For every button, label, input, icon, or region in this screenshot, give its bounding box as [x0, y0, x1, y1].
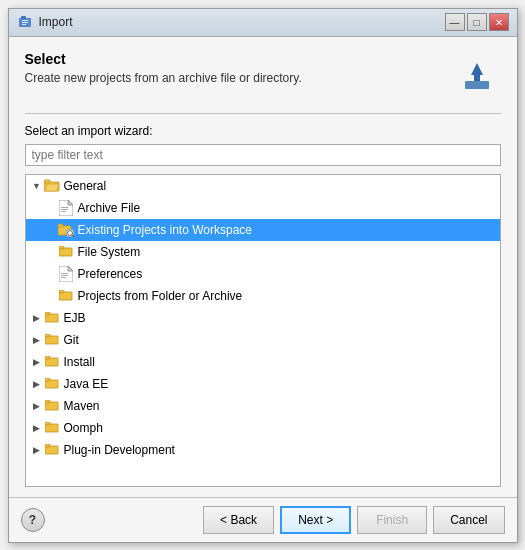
git-folder-icon — [44, 332, 60, 348]
svg-rect-8 — [44, 180, 50, 183]
preferences-label: Preferences — [78, 267, 143, 281]
tree-item-projects-folder[interactable]: Projects from Folder or Archive — [26, 285, 500, 307]
projects-folder-icon — [58, 288, 74, 304]
svg-rect-14 — [61, 211, 66, 212]
header-icon — [453, 51, 501, 99]
filter-label: Select an import wizard: — [25, 124, 501, 138]
ejb-label: EJB — [64, 311, 86, 325]
svg-rect-1 — [21, 16, 26, 19]
svg-rect-32 — [45, 334, 50, 337]
svg-rect-26 — [61, 277, 66, 278]
maven-label: Maven — [64, 399, 100, 413]
tree-item-ejb[interactable]: ▶ EJB — [26, 307, 500, 329]
tree-item-oomph[interactable]: ▶ Oomph — [26, 417, 500, 439]
cancel-button[interactable]: Cancel — [433, 506, 504, 534]
file-system-icon — [58, 244, 74, 260]
tree-container[interactable]: ▼ General — [25, 174, 501, 487]
tree-item-java-ee[interactable]: ▶ Java EE — [26, 373, 500, 395]
svg-rect-40 — [45, 422, 50, 425]
expand-general-arrow[interactable]: ▼ — [30, 179, 44, 193]
tree-item-existing-projects[interactable]: Existing Projects into Workspace — [26, 219, 500, 241]
svg-rect-2 — [22, 20, 28, 21]
expand-oomph-arrow[interactable]: ▶ — [30, 421, 44, 435]
plugin-folder-icon — [44, 442, 60, 458]
svg-rect-28 — [59, 290, 64, 293]
general-label: General — [64, 179, 107, 193]
tree-item-general[interactable]: ▼ General — [26, 175, 500, 197]
svg-rect-34 — [45, 356, 50, 359]
git-label: Git — [64, 333, 79, 347]
oomph-label: Oomph — [64, 421, 103, 435]
expand-git-arrow[interactable]: ▶ — [30, 333, 44, 347]
window-controls: — □ ✕ — [445, 13, 509, 31]
bottom-bar: ? < Back Next > Finish Cancel — [9, 497, 517, 542]
tree-item-git[interactable]: ▶ Git — [26, 329, 500, 351]
svg-rect-36 — [45, 378, 50, 381]
existing-projects-icon — [58, 222, 74, 238]
existing-projects-label: Existing Projects into Workspace — [78, 223, 253, 237]
separator — [25, 113, 501, 114]
tree-item-file-system[interactable]: File System — [26, 241, 500, 263]
oomph-folder-icon — [44, 420, 60, 436]
svg-rect-30 — [45, 312, 50, 315]
svg-rect-3 — [22, 22, 28, 23]
header-text: Select Create new projects from an archi… — [25, 51, 453, 85]
folder-open-icon — [44, 178, 60, 194]
svg-marker-6 — [471, 63, 483, 81]
maximize-button[interactable]: □ — [467, 13, 487, 31]
header-section: Select Create new projects from an archi… — [25, 51, 501, 99]
svg-rect-4 — [22, 24, 26, 25]
projects-folder-label: Projects from Folder or Archive — [78, 289, 243, 303]
svg-rect-42 — [45, 444, 50, 447]
close-button[interactable]: ✕ — [489, 13, 509, 31]
java-ee-folder-icon — [44, 376, 60, 392]
svg-marker-9 — [45, 184, 59, 191]
svg-marker-23 — [68, 266, 73, 271]
tree-item-preferences[interactable]: Preferences — [26, 263, 500, 285]
filter-input[interactable] — [25, 144, 501, 166]
svg-rect-5 — [465, 81, 489, 89]
svg-marker-11 — [68, 200, 73, 205]
expand-java-ee-arrow[interactable]: ▶ — [30, 377, 44, 391]
tree-item-maven[interactable]: ▶ Maven — [26, 395, 500, 417]
header-subtitle: Create new projects from an archive file… — [25, 71, 453, 85]
svg-rect-24 — [61, 273, 68, 274]
plugin-label: Plug-in Development — [64, 443, 175, 457]
finish-button[interactable]: Finish — [357, 506, 427, 534]
svg-rect-16 — [58, 224, 63, 227]
archive-file-label: Archive File — [78, 201, 141, 215]
java-ee-label: Java EE — [64, 377, 109, 391]
header-title: Select — [25, 51, 453, 67]
ejb-folder-icon — [44, 310, 60, 326]
expand-maven-arrow[interactable]: ▶ — [30, 399, 44, 413]
expand-ejb-arrow[interactable]: ▶ — [30, 311, 44, 325]
expand-plugin-arrow[interactable]: ▶ — [30, 443, 44, 457]
svg-rect-38 — [45, 400, 50, 403]
preferences-icon — [58, 266, 74, 282]
expand-install-arrow[interactable]: ▶ — [30, 355, 44, 369]
tree-item-install[interactable]: ▶ Install — [26, 351, 500, 373]
import-dialog: Import — □ ✕ Select Create new projects … — [8, 8, 518, 543]
maven-folder-icon — [44, 398, 60, 414]
install-folder-icon — [44, 354, 60, 370]
dialog-content: Select Create new projects from an archi… — [9, 37, 517, 497]
window-title: Import — [39, 15, 445, 29]
archive-file-icon — [58, 200, 74, 216]
window-icon — [17, 14, 33, 30]
install-label: Install — [64, 355, 95, 369]
help-button[interactable]: ? — [21, 508, 45, 532]
svg-rect-12 — [61, 207, 68, 208]
next-button[interactable]: Next > — [280, 506, 351, 534]
svg-rect-13 — [61, 209, 68, 210]
file-system-label: File System — [78, 245, 141, 259]
minimize-button[interactable]: — — [445, 13, 465, 31]
svg-rect-25 — [61, 275, 68, 276]
tree-item-archive-file[interactable]: Archive File — [26, 197, 500, 219]
tree-item-plugin-dev[interactable]: ▶ Plug-in Development — [26, 439, 500, 461]
action-buttons: < Back Next > Finish Cancel — [203, 506, 504, 534]
back-button[interactable]: < Back — [203, 506, 274, 534]
svg-rect-21 — [59, 246, 64, 249]
title-bar: Import — □ ✕ — [9, 9, 517, 37]
